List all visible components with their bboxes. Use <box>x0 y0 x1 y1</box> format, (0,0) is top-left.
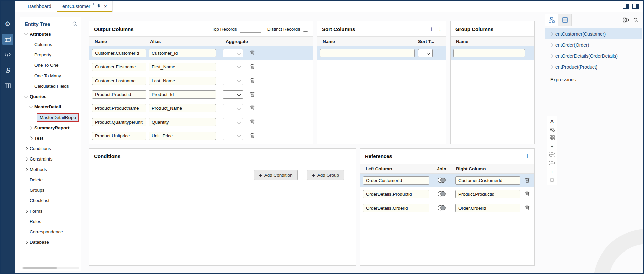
delete-row-icon[interactable] <box>250 50 255 57</box>
script-icon[interactable]: S <box>1 62 15 78</box>
entity-list-item[interactable]: entProduct(Product) <box>545 61 642 73</box>
aggregate-select[interactable] <box>223 104 243 112</box>
search-icon[interactable] <box>72 21 77 27</box>
ellipse-tool-icon[interactable] <box>547 176 557 184</box>
delete-row-icon[interactable] <box>250 64 255 71</box>
group-box-alt-icon[interactable] <box>547 159 557 167</box>
tree-item[interactable]: CheckList <box>20 195 81 206</box>
aggregate-select[interactable] <box>223 77 243 85</box>
column-name-input[interactable] <box>92 63 146 71</box>
tree-item[interactable]: One To Many <box>20 71 81 81</box>
column-alias-input[interactable] <box>149 90 216 99</box>
horizontal-scrollbar-thumb[interactable] <box>23 267 57 269</box>
delete-reference-icon[interactable] <box>525 177 530 184</box>
add-condition-button[interactable]: + Add Condition <box>254 170 298 180</box>
delete-reference-icon[interactable] <box>525 191 530 198</box>
tab-entcustomer[interactable]: entCustomer* × <box>57 1 113 12</box>
add-reference-button[interactable]: + <box>525 152 530 160</box>
tree-item[interactable]: Constraints <box>20 154 81 164</box>
right-column-input[interactable] <box>455 176 520 185</box>
column-alias-input[interactable] <box>149 132 216 140</box>
column-alias-input[interactable] <box>149 104 216 112</box>
code-view-tab[interactable] <box>558 14 572 26</box>
group-name-input[interactable] <box>453 49 525 57</box>
tree-item[interactable]: MasterDetailRepo <box>20 112 81 123</box>
delete-row-icon[interactable] <box>250 78 255 85</box>
column-name-input[interactable] <box>92 132 146 140</box>
column-alias-input[interactable] <box>149 77 216 85</box>
entity-designer-icon[interactable] <box>1 32 15 47</box>
tree-item[interactable]: Methods <box>20 164 81 175</box>
sort-type-select[interactable] <box>418 49 433 57</box>
tree-item[interactable]: Groups <box>20 185 81 195</box>
tree-item[interactable]: Columns <box>20 39 81 50</box>
tree-item[interactable]: Rules <box>20 216 81 227</box>
expressions-section[interactable]: Expressions <box>545 73 642 82</box>
entity-list-item[interactable]: entOrder(Order) <box>545 39 642 50</box>
pin-icon[interactable] <box>97 4 101 8</box>
aggregate-select[interactable] <box>223 63 243 71</box>
join-type-toggle[interactable] <box>436 204 447 213</box>
column-alias-input[interactable] <box>149 49 216 57</box>
column-alias-input[interactable] <box>149 63 216 71</box>
layout-panel-icon[interactable] <box>632 4 639 9</box>
aggregate-select[interactable] <box>223 90 243 99</box>
layout-split-icon[interactable] <box>623 4 629 9</box>
right-column-input[interactable] <box>455 190 520 198</box>
designer-view-tab[interactable] <box>545 14 558 26</box>
diagram-settings-icon[interactable] <box>623 17 629 23</box>
group-box-icon[interactable] <box>547 150 557 159</box>
join-type-toggle[interactable] <box>436 177 447 185</box>
tree-item[interactable]: Forms <box>20 206 81 216</box>
column-name-input[interactable] <box>92 77 146 85</box>
tree-item[interactable]: Test <box>20 133 81 143</box>
close-tab-icon[interactable]: × <box>104 3 107 9</box>
tree-item[interactable]: Conditions <box>20 143 81 154</box>
tree-item[interactable]: Correspondence <box>20 227 81 237</box>
tab-dashboard[interactable]: Dashboard <box>22 1 57 12</box>
tree-item[interactable]: Delete <box>20 175 81 185</box>
aggregate-select[interactable] <box>223 118 243 126</box>
tree-item[interactable]: Calculated Fields <box>20 81 81 91</box>
text-tool-icon[interactable]: A <box>547 117 557 125</box>
add-group-button[interactable]: + Add Group <box>307 170 344 180</box>
search-icon[interactable] <box>633 18 638 23</box>
distinct-records-checkbox[interactable] <box>303 27 308 32</box>
column-name-input[interactable] <box>92 90 146 99</box>
delete-row-icon[interactable] <box>250 105 255 112</box>
right-column-input[interactable] <box>455 204 520 212</box>
entity-list-item[interactable]: entCustomer(Customer) <box>545 28 642 39</box>
field-list-icon[interactable] <box>547 125 557 134</box>
tree-item[interactable]: Property <box>20 50 81 60</box>
sort-name-input[interactable] <box>320 49 415 57</box>
settings-gear-icon[interactable]: ⚙ <box>1 16 15 32</box>
column-name-input[interactable] <box>92 104 146 112</box>
left-column-input[interactable] <box>363 204 429 212</box>
tree-item[interactable]: SummaryReport <box>20 123 81 133</box>
column-name-input[interactable] <box>92 118 146 126</box>
aggregate-select[interactable] <box>223 49 243 57</box>
tree-item[interactable]: Database <box>20 237 81 247</box>
column-name-input[interactable] <box>92 49 146 57</box>
tree-item[interactable]: MasterDetail <box>20 102 81 112</box>
grid-tool-icon[interactable] <box>547 134 557 142</box>
move-down-icon[interactable]: ↓ <box>439 26 442 32</box>
table-columns-icon[interactable] <box>1 78 15 93</box>
delete-row-icon[interactable] <box>250 119 255 126</box>
tree-item[interactable]: Attributes <box>20 29 81 39</box>
join-type-toggle[interactable] <box>436 190 447 199</box>
move-up-icon[interactable]: ↑ <box>430 26 433 32</box>
column-alias-input[interactable] <box>149 118 216 126</box>
delete-row-icon[interactable] <box>250 133 255 140</box>
delete-row-icon[interactable] <box>250 91 255 98</box>
top-records-input[interactable] <box>240 26 261 33</box>
entity-list-item[interactable]: entOrderDetails(OrderDetails) <box>545 50 642 61</box>
delete-reference-icon[interactable] <box>525 205 530 212</box>
tree-item[interactable]: One To One <box>20 60 81 71</box>
code-icon[interactable] <box>1 47 15 62</box>
left-column-input[interactable] <box>363 190 429 198</box>
left-column-input[interactable] <box>363 176 429 185</box>
aggregate-select[interactable] <box>223 132 243 140</box>
add-tool-alt-icon[interactable]: + <box>547 167 557 176</box>
tree-item[interactable]: Queries <box>20 91 81 102</box>
